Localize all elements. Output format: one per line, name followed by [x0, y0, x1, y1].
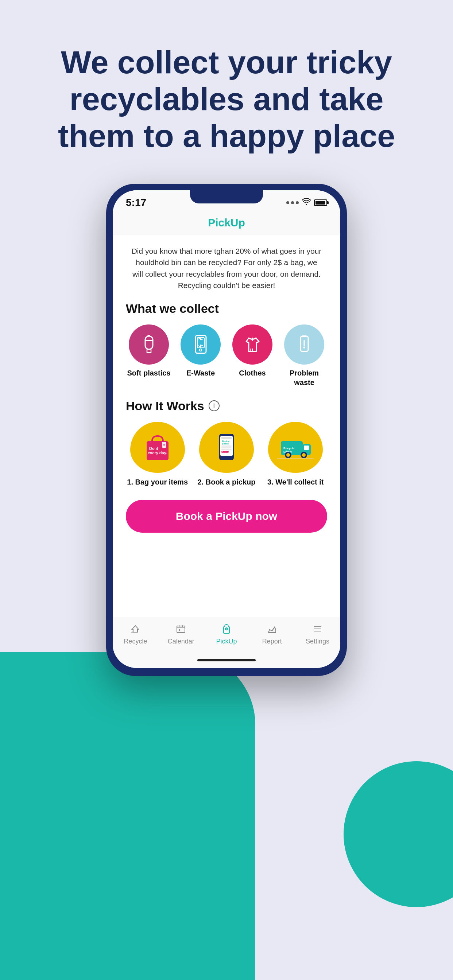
nav-label-pickup: PickUp [216, 638, 237, 645]
step-label-collect: 3. We'll collect it [267, 477, 324, 487]
report-icon [266, 622, 279, 635]
svg-rect-35 [177, 626, 185, 633]
info-icon: i [209, 400, 220, 411]
soft-plastics-label: Soft plastics [127, 368, 171, 378]
svg-text:Recycle: Recycle [283, 447, 295, 450]
app-title: PickUp [208, 216, 245, 229]
step-blob-truck: Recycle Smart [268, 422, 323, 473]
svg-text:Book now: Book now [222, 451, 230, 453]
svg-rect-27 [304, 445, 309, 450]
svg-rect-21 [222, 447, 231, 449]
collect-item-ewaste[interactable]: E-Waste [178, 325, 223, 387]
pickup-icon [220, 622, 233, 635]
wifi-icon [301, 198, 311, 207]
battery-icon [314, 199, 327, 206]
svg-point-31 [286, 453, 290, 457]
nav-item-pickup[interactable]: PickUp [204, 622, 249, 645]
app-content[interactable]: Did you know that more tghan 20% of what… [113, 235, 340, 617]
nav-label-report: Report [262, 638, 282, 645]
nav-label-settings: Settings [306, 638, 329, 645]
soft-plastics-icon [129, 325, 169, 364]
nav-item-settings[interactable]: Settings [295, 622, 340, 645]
bg-teal-right [344, 761, 453, 907]
phone-notch [190, 190, 263, 204]
collect-item-clothes[interactable]: Clothes [230, 325, 275, 387]
svg-rect-22 [222, 449, 231, 450]
signal-dot [286, 201, 289, 204]
app-header: PickUp [113, 212, 340, 235]
svg-text:RS: RS [163, 444, 166, 446]
nav-item-recycle[interactable]: Recycle [113, 622, 158, 645]
svg-marker-42 [268, 627, 276, 633]
calendar-icon [174, 622, 187, 635]
phone-screen: 5:17 [113, 190, 340, 668]
ewaste-icon [180, 325, 221, 364]
svg-text:every day.: every day. [148, 450, 167, 455]
step-item-bag: Do it every day. RS 1. Bag your items [126, 422, 189, 487]
signal-dots [286, 201, 299, 204]
svg-text:pickup: pickup [222, 442, 230, 445]
svg-rect-7 [302, 336, 307, 337]
step-label-book: 2. Book a pickup [198, 477, 256, 487]
steps-grid: Do it every day. RS 1. Bag your items [126, 422, 327, 487]
book-button[interactable]: Book a PickUp now [126, 500, 327, 533]
status-time: 5:17 [126, 197, 146, 208]
step-blob-bag: Do it every day. RS [130, 422, 185, 473]
svg-text:Do it: Do it [149, 446, 158, 450]
nav-label-recycle: Recycle [124, 638, 147, 645]
collect-section-title: What we collect [126, 302, 327, 316]
nav-item-calendar[interactable]: Calendar [158, 622, 204, 645]
status-bar: 5:17 [113, 190, 340, 212]
step-label-bag: 1. Bag your items [127, 477, 188, 487]
phone-wrapper: 5:17 [106, 184, 347, 749]
svg-rect-20 [222, 445, 231, 447]
home-indicator [113, 655, 340, 668]
step-item-book: Book a pickup Book now 2. Book a pickup [195, 422, 258, 487]
recycle-icon [129, 622, 142, 635]
svg-rect-0 [145, 336, 153, 349]
svg-point-9 [303, 347, 305, 348]
signal-dot [296, 201, 299, 204]
collect-item-problem-waste[interactable]: Problem waste [281, 325, 327, 387]
settings-icon [311, 622, 324, 635]
problem-waste-icon [284, 325, 324, 364]
status-icons [286, 198, 327, 207]
svg-rect-17 [222, 437, 231, 439]
step-blob-phone: Book a pickup Book now [199, 422, 254, 473]
nav-item-report[interactable]: Report [249, 622, 295, 645]
signal-dot [291, 201, 294, 204]
clothes-icon [232, 325, 273, 364]
phone-frame: 5:17 [106, 184, 347, 676]
svg-point-41 [226, 628, 227, 629]
intro-text: Did you know that more tghan 20% of what… [126, 245, 327, 291]
collect-item-soft-plastics[interactable]: Soft plastics [126, 325, 172, 387]
step-item-collect: Recycle Smart 3. We'll co [264, 422, 327, 487]
how-section-title: How It Works i [126, 399, 327, 413]
svg-point-33 [302, 453, 306, 457]
problem-waste-label: Problem waste [281, 368, 327, 387]
svg-text:Book a: Book a [222, 440, 230, 442]
home-bar [197, 659, 256, 661]
svg-rect-39 [179, 629, 180, 631]
ewaste-label: E-Waste [187, 368, 215, 378]
nav-label-calendar: Calendar [168, 638, 195, 645]
clothes-label: Clothes [239, 368, 266, 378]
hero-title: We collect your tricky recyclables and t… [26, 0, 427, 184]
bottom-nav: Recycle Calendar [113, 617, 340, 655]
collect-grid: Soft plastics [126, 325, 327, 387]
svg-point-5 [199, 349, 202, 351]
